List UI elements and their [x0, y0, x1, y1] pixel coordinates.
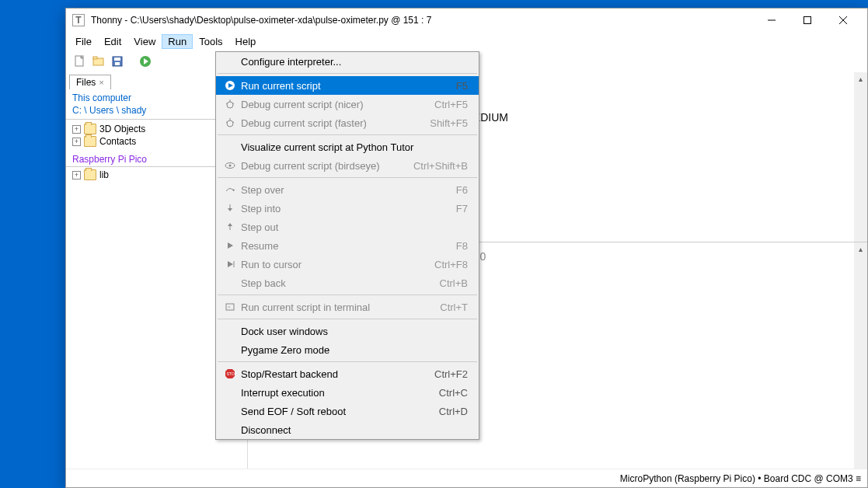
- status-text[interactable]: MicroPython (Raspberry Pi Pico) • Board …: [620, 473, 861, 484]
- resume-icon: [222, 240, 238, 251]
- menubar: FileEditViewRunToolsHelp: [66, 32, 867, 51]
- menu-run[interactable]: Run: [162, 34, 193, 49]
- svg-rect-9: [114, 58, 120, 61]
- svg-rect-7: [93, 57, 97, 59]
- svg-marker-27: [228, 208, 232, 211]
- svg-rect-10: [115, 62, 120, 65]
- svg-point-24: [229, 165, 232, 167]
- menu-item-resume: ResumeF8: [216, 236, 479, 255]
- stop-icon: STOP: [222, 368, 238, 379]
- menu-item-debug-current-script-faster: Debug current script (faster)Shift+F5: [216, 113, 479, 132]
- window-title: Thonny - C:\Users\shady\Desktop\pulse-ox…: [91, 15, 754, 26]
- new-file-button[interactable]: [72, 54, 88, 69]
- bug-fast-icon: [222, 117, 238, 128]
- menu-item-interrupt-execution[interactable]: Interrupt executionCtrl+C: [216, 383, 479, 402]
- svg-text:STOP: STOP: [227, 371, 236, 376]
- play-icon: [222, 80, 238, 91]
- scroll-up-icon[interactable]: ▴: [854, 242, 867, 256]
- menu-help[interactable]: Help: [229, 34, 263, 49]
- terminal-icon: >: [222, 302, 238, 312]
- menu-edit[interactable]: Edit: [98, 34, 127, 49]
- menu-item-visualize-current-script-at-python-tutor[interactable]: Visualize current script at Python Tutor: [216, 138, 479, 156]
- files-tab[interactable]: Files×: [69, 75, 111, 89]
- app-icon: T: [72, 14, 85, 26]
- svg-text:>: >: [228, 305, 231, 309]
- run-menu-dropdown: Configure interpreter...Run current scri…: [215, 51, 479, 440]
- menu-file[interactable]: File: [69, 34, 98, 49]
- titlebar[interactable]: T Thonny - C:\Users\shady\Desktop\pulse-…: [66, 9, 867, 32]
- expand-icon[interactable]: +: [72, 138, 81, 146]
- menu-item-debug-current-script-nicer: Debug current script (nicer)Ctrl+F5: [216, 95, 479, 113]
- open-file-button[interactable]: [91, 54, 106, 69]
- expand-icon[interactable]: +: [72, 125, 81, 134]
- bug-icon: [222, 99, 238, 110]
- step-into-icon: [222, 203, 238, 214]
- save-file-button[interactable]: [110, 54, 125, 69]
- statusbar[interactable]: MicroPython (Raspberry Pi Pico) • Board …: [66, 469, 867, 487]
- svg-point-19: [227, 120, 233, 127]
- menu-item-dock-user-windows[interactable]: Dock user windows: [216, 322, 479, 340]
- shell-scrollbar[interactable]: ▴: [854, 242, 867, 487]
- menu-tools[interactable]: Tools: [193, 34, 228, 49]
- step-over-icon: [222, 184, 238, 195]
- menu-item-stop-restart-backend[interactable]: STOPStop/Restart backendCtrl+F2: [216, 364, 479, 383]
- scroll-up-icon[interactable]: ▴: [854, 72, 867, 85]
- menu-item-disconnect[interactable]: Disconnect: [216, 420, 479, 439]
- menu-view[interactable]: View: [127, 34, 162, 49]
- svg-marker-29: [228, 223, 232, 226]
- minimize-button[interactable]: [754, 9, 790, 32]
- menu-item-step-over: Step overF6: [216, 180, 479, 199]
- svg-point-15: [227, 102, 233, 108]
- menu-item-run-to-cursor: Run to cursorCtrl+F8: [216, 255, 479, 274]
- menu-item-send-eof-soft-reboot[interactable]: Send EOF / Soft rebootCtrl+D: [216, 402, 479, 420]
- step-out-icon: [222, 221, 238, 232]
- eye-icon: [222, 160, 238, 171]
- app-window: T Thonny - C:\Users\shady\Desktop\pulse-…: [65, 8, 868, 488]
- menu-item-step-back: Step backCtrl+B: [216, 274, 479, 292]
- menu-item-run-current-script-in-terminal: >Run current script in terminalCtrl+T: [216, 298, 479, 316]
- folder-icon: [84, 124, 96, 134]
- menu-item-pygame-zero-mode[interactable]: Pygame Zero mode: [216, 340, 479, 359]
- folder-icon: [84, 169, 96, 180]
- run-button[interactable]: [138, 54, 153, 69]
- close-tab-icon[interactable]: ×: [99, 78, 103, 87]
- menu-item-step-out: Step out: [216, 218, 479, 236]
- svg-marker-31: [228, 261, 233, 267]
- folder-icon: [84, 136, 96, 147]
- menu-item-debug-current-script-birdseye: Debug current script (birdseye)Ctrl+Shif…: [216, 156, 479, 175]
- svg-rect-1: [804, 17, 811, 24]
- expand-icon[interactable]: +: [72, 171, 81, 180]
- menu-item-step-into: Step intoF7: [216, 199, 479, 218]
- cursor-icon: [222, 259, 238, 270]
- maximize-button[interactable]: [790, 9, 825, 32]
- menu-item-configure-interpreter[interactable]: Configure interpreter...: [216, 52, 479, 71]
- menu-item-run-current-script[interactable]: Run current scriptF5: [216, 76, 479, 95]
- svg-marker-30: [228, 242, 233, 249]
- close-button[interactable]: [825, 9, 861, 32]
